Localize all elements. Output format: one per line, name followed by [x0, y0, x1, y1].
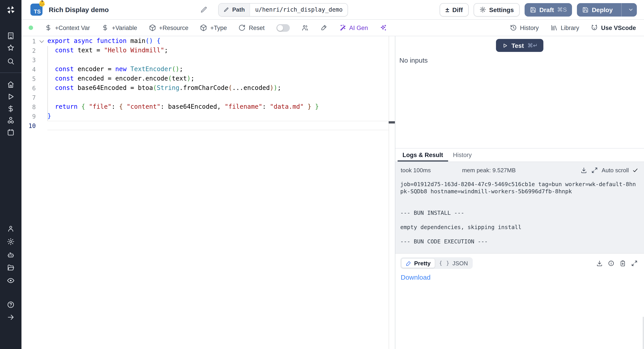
package-icon	[149, 24, 156, 31]
save-draft-button[interactable]: Draft ⌘S	[524, 3, 572, 16]
boxes-icon	[7, 116, 15, 124]
view-json-button[interactable]: { } JSON	[435, 258, 472, 268]
arrow-right-icon	[7, 313, 15, 321]
sidebar-item-resources[interactable]	[7, 116, 15, 124]
folder-open-icon	[7, 263, 15, 272]
sidebar-item-home[interactable]	[7, 81, 15, 89]
sidebar-item-settings[interactable]	[7, 238, 15, 246]
status-dot	[28, 26, 33, 30]
add-variable-button[interactable]: +Variable	[102, 24, 137, 31]
download-logs-icon[interactable]	[581, 167, 588, 173]
path-edit-button[interactable]: Path	[219, 3, 250, 16]
history-icon	[510, 24, 517, 31]
user-icon	[7, 225, 15, 233]
sidebar-item-workers[interactable]	[7, 251, 15, 259]
deploy-dropdown[interactable]	[625, 3, 637, 16]
script-title: Rich Display demo	[49, 6, 109, 14]
check-icon[interactable]	[632, 167, 639, 173]
save-icon	[530, 7, 536, 13]
editor-toolbar: +Context Var +Variable +Resource +Type R…	[22, 20, 644, 36]
gear-icon	[7, 238, 15, 246]
sidebar-item-schedules[interactable]	[7, 128, 15, 136]
sidebar-item-audit-logs[interactable]	[7, 276, 15, 284]
library-button[interactable]: Library	[550, 24, 579, 31]
typescript-badge-label: TS	[34, 9, 41, 15]
test-button[interactable]: Test ⌘↵	[496, 39, 544, 52]
settings-button[interactable]: Settings	[474, 3, 520, 16]
dollar-sign-icon	[45, 24, 52, 31]
path-value: u/henri/rich_display_demo	[250, 3, 348, 16]
mem-peak-label: mem peak: 9.527MB	[462, 167, 516, 173]
library-icon	[550, 24, 558, 31]
bottom-tabs: Logs & Result History	[395, 148, 644, 162]
play-icon	[502, 42, 508, 49]
diff-button[interactable]: ± Diff	[440, 3, 468, 16]
history-button[interactable]: History	[510, 24, 539, 31]
dollar-sign-icon	[102, 24, 109, 31]
bot-icon	[7, 251, 15, 259]
sidebar-item-runs[interactable]	[7, 93, 15, 101]
run-panel: Test ⌘↵ No inputs Logs & Result History …	[395, 36, 644, 349]
save-icon	[582, 7, 589, 13]
users-icon[interactable]	[301, 24, 308, 31]
panel-scrollbar[interactable]	[643, 317, 644, 349]
gear-icon	[479, 6, 486, 13]
add-type-button[interactable]: +Type	[200, 24, 227, 31]
path-label: Path	[232, 6, 245, 13]
deploy-main[interactable]: Deploy	[577, 3, 618, 16]
dollar-sign-icon	[7, 105, 15, 113]
plus-minus-icon: ±	[446, 6, 449, 13]
sidebar-item-workspace[interactable]	[7, 32, 15, 40]
edit-summary-icon[interactable]	[200, 6, 208, 13]
download-link[interactable]: Download	[401, 273, 430, 281]
app-sidebar	[0, 0, 22, 349]
result-section: Pretty { } JSON	[395, 253, 644, 349]
expand-result-icon[interactable]	[631, 260, 638, 266]
sidebar-divider	[0, 73, 22, 73]
search-icon	[7, 57, 15, 65]
sidebar-item-help[interactable]	[7, 301, 15, 309]
star-icon	[7, 44, 15, 52]
download-result-icon[interactable]	[596, 260, 603, 266]
package-icon	[200, 24, 207, 31]
eye-icon	[7, 276, 15, 284]
auto-scroll-label[interactable]: Auto scroll	[602, 167, 629, 173]
info-icon[interactable]	[608, 260, 614, 266]
sidebar-item-variables[interactable]	[7, 105, 15, 113]
expand-logs-icon[interactable]	[592, 167, 598, 173]
paintbrush-icon[interactable]	[320, 24, 327, 31]
use-vscode-button[interactable]: Use VScode	[591, 24, 636, 31]
add-resource-button[interactable]: +Resource	[149, 24, 188, 31]
sidebar-collapse-toggle[interactable]	[7, 313, 15, 321]
code-editor[interactable]: 12345678910 export async function main()…	[22, 36, 395, 349]
sidebar-item-favorites[interactable]	[7, 44, 15, 52]
tab-logs-result[interactable]: Logs & Result	[398, 149, 448, 162]
sidebar-item-account[interactable]	[7, 225, 15, 233]
rotate-cw-icon	[238, 24, 246, 31]
calendar-icon	[7, 128, 15, 136]
cursor-position-mark	[389, 121, 395, 124]
tab-history[interactable]: History	[448, 149, 477, 162]
chevron-down-icon	[628, 7, 634, 13]
clipboard-icon[interactable]	[620, 260, 626, 266]
add-context-var-button[interactable]: +Context Var	[45, 24, 90, 31]
windmill-logo-icon[interactable]	[5, 5, 16, 15]
sidebar-item-search[interactable]	[7, 57, 15, 65]
sparkles-icon[interactable]	[380, 24, 386, 31]
deploy-split-divider	[621, 3, 622, 16]
editor-code-lines[interactable]: export async function main() { const tex…	[48, 36, 389, 130]
editor-overview-ruler[interactable]	[389, 36, 395, 349]
toggle-knob	[277, 25, 283, 31]
deploy-button[interactable]: Deploy	[577, 3, 637, 16]
diff-mode-toggle[interactable]	[276, 24, 290, 32]
cat-icon	[591, 24, 598, 31]
path-control[interactable]: Path u/henri/rich_display_demo	[218, 3, 348, 16]
ai-gen-button[interactable]: AI Gen	[339, 24, 368, 31]
sidebar-item-folders[interactable]	[7, 263, 15, 272]
view-pretty-button[interactable]: Pretty	[401, 258, 435, 268]
no-inputs-text: No inputs	[399, 56, 644, 64]
summary-emoji: 👶	[38, 1, 46, 6]
reset-button[interactable]: Reset	[238, 24, 265, 31]
building-icon	[7, 32, 15, 40]
top-bar: TS 👶 Rich Display demo Path u/henri/rich…	[22, 0, 644, 20]
